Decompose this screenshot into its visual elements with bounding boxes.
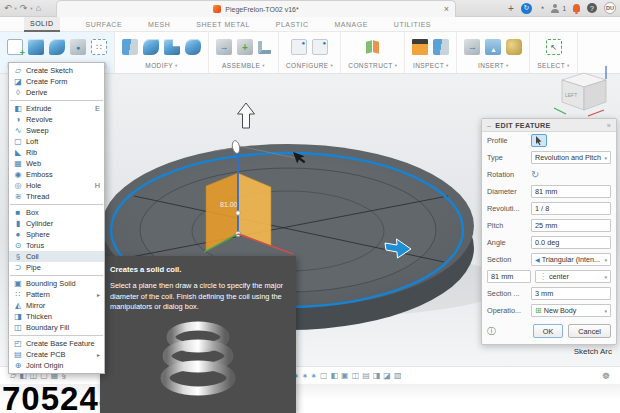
- menu-item-create-pcb[interactable]: ▤Create PCB▸: [9, 349, 104, 360]
- menu-item-boundary-fill[interactable]: ◫Boundary Fill: [9, 322, 104, 333]
- inspect-menu-button[interactable]: INSPECT▾: [413, 62, 449, 69]
- undo-menu-caret-icon[interactable]: ▾: [15, 6, 17, 11]
- canvas-icon[interactable]: [485, 39, 501, 55]
- new-component-icon[interactable]: [216, 39, 232, 55]
- assemble-menu-button[interactable]: ASSEMBLE▾: [222, 62, 265, 69]
- notifications-bell-icon[interactable]: [573, 4, 580, 12]
- view-cube[interactable]: LEFT: [552, 64, 614, 122]
- timeline-feature-icon[interactable]: ◨: [373, 371, 381, 380]
- construct-menu-button[interactable]: CONSTRUCT▾: [348, 62, 397, 69]
- rotation-toggle-icon[interactable]: ↻: [531, 169, 539, 180]
- menu-item-derive[interactable]: ◊Derive: [9, 87, 104, 98]
- operation-dropdown[interactable]: ⊞New Body▾: [531, 304, 611, 317]
- tab-manage[interactable]: MANAGE: [334, 17, 367, 32]
- press-pull-icon[interactable]: [122, 39, 138, 55]
- redo-icon[interactable]: ↷: [20, 2, 28, 15]
- timeline-feature-icon[interactable]: ▤: [362, 371, 370, 380]
- insert-menu-button[interactable]: INSERT▾: [478, 62, 509, 69]
- menu-item-coil[interactable]: §Coil: [9, 251, 104, 262]
- insert-derive-icon[interactable]: [464, 39, 480, 55]
- modify-menu-button[interactable]: MODIFY▾: [145, 62, 177, 69]
- user-avatar[interactable]: DU: [604, 2, 616, 14]
- menu-item-web[interactable]: ▦Web: [9, 158, 104, 169]
- configuration-table-icon[interactable]: [291, 39, 307, 55]
- timeline-feature-icon[interactable]: ▣: [341, 371, 349, 380]
- pattern-icon[interactable]: ∷: [91, 39, 107, 55]
- menu-item-sphere[interactable]: ●Sphere: [9, 229, 104, 240]
- menu-item-rib[interactable]: ◣Rib: [9, 147, 104, 158]
- profile-select-button[interactable]: [531, 134, 547, 147]
- document-tab[interactable]: PiegeFrelon-TO02 v16* ×: [56, 0, 456, 17]
- help-icon[interactable]: ?: [587, 3, 597, 13]
- construction-plane-icon[interactable]: [365, 39, 381, 55]
- menu-item-thicken[interactable]: ◨Thicken: [9, 311, 104, 322]
- info-icon[interactable]: ⓘ: [487, 325, 496, 338]
- undo-icon[interactable]: ↶: [4, 2, 12, 15]
- timeline-settings-gear-icon[interactable]: ☸: [602, 371, 610, 381]
- section-position-size-input[interactable]: [487, 270, 531, 283]
- hole-icon[interactable]: [70, 39, 86, 55]
- tab-sheet-metal[interactable]: SHEET METAL: [196, 17, 249, 32]
- type-dropdown[interactable]: Revolution and Pitch▾: [531, 151, 611, 164]
- select-tool-icon[interactable]: ↖: [546, 39, 562, 55]
- close-tab-icon[interactable]: ×: [444, 4, 449, 14]
- dialog-collapse-icon[interactable]: –: [487, 121, 491, 130]
- menu-item-create-form[interactable]: ◪Create Form: [9, 76, 104, 87]
- tab-plastic[interactable]: PLASTIC: [276, 17, 309, 32]
- menu-item-sweep[interactable]: ∿Sweep: [9, 125, 104, 136]
- job-status-icon[interactable]: ◔: [539, 3, 544, 14]
- menu-item-bounding-solid[interactable]: ▣Bounding Solid: [9, 278, 104, 289]
- create-sketch-icon[interactable]: [7, 39, 23, 55]
- extrude-arrow-manipulator[interactable]: [238, 103, 255, 128]
- configure-menu-button[interactable]: CONFIGURE▾: [286, 62, 333, 69]
- menu-item-extrude[interactable]: ◧ExtrudeE: [9, 103, 104, 114]
- dialog-header[interactable]: – EDIT FEATURE »: [482, 119, 616, 132]
- collaborators-icon[interactable]: [551, 4, 559, 13]
- pitch-input[interactable]: [531, 219, 611, 232]
- timeline-feature-icon[interactable]: ∗: [302, 372, 308, 380]
- toolbar-group-inspect[interactable]: INSPECT▾: [405, 32, 457, 73]
- section-position-dropdown[interactable]: ⋮center▾: [535, 270, 611, 283]
- toolbar-group-insert[interactable]: INSERT▾: [457, 32, 530, 73]
- timeline-feature-icon[interactable]: ∗: [311, 372, 317, 380]
- combine-icon[interactable]: [185, 39, 201, 55]
- menu-item-create-base-feature[interactable]: ◰Create Base Feature: [9, 338, 104, 349]
- menu-item-pattern[interactable]: ∷Pattern▸: [9, 289, 104, 300]
- section-size-input[interactable]: [531, 287, 611, 300]
- menu-item-hole[interactable]: ◎HoleH: [9, 180, 104, 191]
- tab-mesh[interactable]: MESH: [148, 17, 170, 32]
- manipulator-handle-mid[interactable]: [236, 211, 240, 215]
- timeline-feature-icon[interactable]: ▧: [394, 371, 402, 380]
- menu-item-create-sketch[interactable]: ▱Create Sketch: [9, 65, 104, 76]
- diameter-input[interactable]: [531, 185, 611, 198]
- menu-item-joint-origin[interactable]: ⊕Joint Origin: [9, 360, 104, 371]
- angle-input[interactable]: [531, 236, 611, 249]
- insert-mesh-icon[interactable]: [506, 39, 522, 55]
- sync-status-icon[interactable]: ↻: [521, 3, 532, 14]
- chamfer-icon[interactable]: [164, 39, 180, 55]
- revolutions-input[interactable]: [531, 202, 611, 215]
- tab-utilities[interactable]: UTILITIES: [394, 17, 431, 32]
- tab-surface[interactable]: SURFACE: [86, 17, 123, 32]
- menu-item-cylinder[interactable]: ▮Cylinder: [9, 218, 104, 229]
- menu-item-mirror[interactable]: ◭Mirror: [9, 300, 104, 311]
- tab-solid[interactable]: SOLID: [24, 17, 60, 32]
- toolbar-group-assemble[interactable]: ASSEMBLE▾: [209, 32, 279, 73]
- home-icon[interactable]: ⌂: [36, 2, 41, 15]
- configuration-theme-icon[interactable]: [312, 39, 328, 55]
- dimension-label[interactable]: 81.00: [220, 201, 238, 208]
- timeline-feature-icon[interactable]: ◫: [352, 371, 360, 380]
- extrude-icon[interactable]: [28, 39, 44, 55]
- sweep-icon[interactable]: [49, 39, 65, 55]
- joint-icon[interactable]: [237, 39, 253, 55]
- menu-item-box[interactable]: ■Box: [9, 207, 104, 218]
- dialog-more-icon[interactable]: »: [607, 121, 611, 130]
- measure-icon[interactable]: [412, 39, 428, 55]
- ok-button[interactable]: OK: [533, 324, 564, 338]
- menu-item-emboss[interactable]: ◉Emboss: [9, 169, 104, 180]
- menu-item-pipe[interactable]: ⊃Pipe: [9, 262, 104, 273]
- toolbar-group-construct[interactable]: CONSTRUCT▾: [341, 32, 405, 73]
- section-type-dropdown[interactable]: ◀Triangular (Inten...▾: [531, 253, 611, 266]
- redo-menu-caret-icon[interactable]: ▾: [30, 6, 32, 11]
- menu-item-loft[interactable]: ▢Loft: [9, 136, 104, 147]
